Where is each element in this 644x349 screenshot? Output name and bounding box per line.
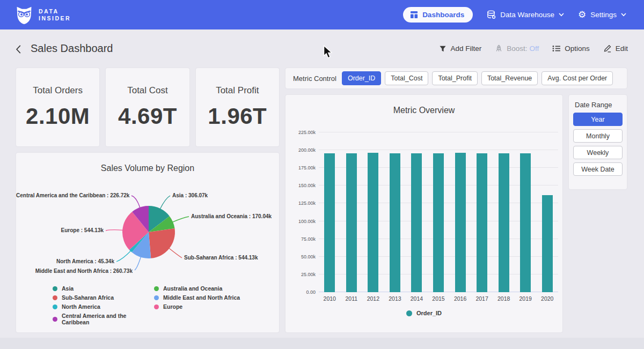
bar-2020[interactable]	[542, 195, 553, 292]
boost-toggle[interactable]: Boost: Off	[495, 44, 539, 53]
x-tick-label: 2020	[536, 295, 558, 302]
date-range-label: Date Range	[575, 101, 612, 109]
pie-label-north-america: North America : 45.34k	[16, 258, 114, 264]
y-tick-label: 50.00k	[301, 254, 316, 259]
metric-option-total-revenue[interactable]: Total_Revenue	[481, 71, 538, 85]
x-tick-label: 2013	[384, 295, 406, 302]
x-tick-label: 2015	[428, 295, 450, 302]
legend-item: Sub-Saharan Africa	[53, 294, 154, 301]
kpi-card: Total Cost 4.69T	[106, 68, 189, 146]
legend-dot	[154, 305, 159, 309]
kpi-label: Total Orders	[33, 85, 83, 96]
x-tick-label: 2014	[406, 295, 428, 302]
bar-y-axis: 0.0025.00k50.00k75.00k100.00k125.00k150.…	[286, 132, 316, 292]
pie-label-middle-east-north-africa: Middle East and North Africa : 260.73k	[16, 268, 133, 274]
date-range-buttons: YearMonthlyWeeklyWeek Date	[573, 113, 623, 176]
x-tick-label: 2012	[362, 295, 384, 302]
bar-2019[interactable]	[520, 153, 531, 292]
bar-2016[interactable]	[455, 153, 466, 292]
brand-line2: INSIDER	[39, 15, 71, 22]
navbar: DATA INSIDER Dashboards	[0, 0, 644, 29]
x-tick-label: 2010	[319, 295, 341, 302]
options-label: Options	[565, 44, 590, 53]
bar-legend: Order_ID	[286, 310, 562, 316]
y-tick-label: 100.00k	[298, 219, 316, 224]
add-filter-label: Add Filter	[450, 44, 481, 53]
metric-option-avg-cost-per-order[interactable]: Avg. Cost per Order	[541, 71, 613, 85]
pie-leader-line	[172, 217, 189, 222]
date-range-option-monthly[interactable]: Monthly	[573, 129, 623, 143]
bar-2012[interactable]	[368, 153, 378, 292]
date-range-card: Date Range YearMonthlyWeeklyWeek Date	[569, 95, 627, 189]
bar-2014[interactable]	[411, 153, 422, 292]
kpi-label: Total Cost	[127, 85, 168, 96]
legend-dot	[53, 305, 57, 309]
back-chevron-icon[interactable]	[14, 44, 22, 55]
pie-label-europe: Europe : 544.13k	[16, 227, 104, 233]
date-range-option-year[interactable]: Year	[573, 113, 623, 126]
edit-button[interactable]: Edit	[603, 44, 628, 53]
legend-dot	[53, 286, 57, 291]
brand-line1: DATA	[39, 8, 71, 15]
dashboards-button[interactable]: Dashboards	[403, 7, 473, 23]
date-range-option-weekly[interactable]: Weekly	[573, 146, 623, 159]
rocket-icon	[495, 44, 503, 53]
bar-2011[interactable]	[346, 153, 357, 292]
bar-chart-title: Metric Overview	[286, 106, 562, 115]
pie-leader-line	[116, 251, 131, 262]
bar-2015[interactable]	[433, 153, 444, 292]
y-tick-label: 25.00k	[301, 272, 316, 277]
metric-control-card: Metric Control Order_IDTotal_CostTotal_P…	[286, 68, 627, 88]
data-warehouse-menu[interactable]: Data Warehouse	[487, 10, 564, 19]
y-tick-label: 125.00k	[298, 201, 316, 206]
y-tick-label: 150.00k	[298, 183, 316, 188]
legend-item: Middle East and North Africa	[154, 294, 240, 301]
pie-leader-line	[160, 196, 170, 209]
app-root: DATA INSIDER Dashboards	[0, 0, 644, 349]
legend-item: Australia and Oceania	[154, 285, 240, 292]
brand-logo: DATA INSIDER	[14, 5, 71, 25]
pie-label-asia: Asia : 306.07k	[172, 192, 208, 198]
y-tick-label: 0.00	[306, 289, 316, 295]
y-tick-label: 225.00k	[298, 130, 316, 135]
legend-dot	[154, 286, 159, 291]
legend-dot	[154, 295, 159, 300]
metric-option-total-cost[interactable]: Total_Cost	[385, 71, 428, 85]
filter-funnel-icon	[439, 45, 447, 53]
bar-2013[interactable]	[390, 153, 400, 292]
pie-leader-line	[106, 230, 123, 231]
pie-slice-2[interactable]	[149, 228, 175, 258]
kpi-card: Total Orders 2.10M	[16, 68, 99, 146]
kpi-card: Total Profit 1.96T	[196, 68, 279, 146]
options-button[interactable]: Options	[552, 44, 590, 53]
kpi-label: Total Profit	[216, 85, 259, 96]
kpi-value: 2.10M	[26, 103, 90, 129]
metric-option-order-id[interactable]: Order_ID	[342, 71, 381, 85]
data-warehouse-label: Data Warehouse	[500, 11, 554, 19]
owl-logo-icon	[14, 5, 34, 25]
legend-dot	[53, 317, 57, 322]
date-range-option-week-date[interactable]: Week Date	[573, 162, 623, 176]
pie-leader-line	[135, 257, 141, 270]
add-filter-button[interactable]: Add Filter	[439, 44, 481, 53]
kpi-row: Total Orders 2.10MTotal Cost 4.69TTotal …	[16, 68, 279, 146]
database-icon	[487, 10, 496, 19]
y-tick-label: 200.00k	[298, 147, 316, 153]
metric-option-total-profit[interactable]: Total_Profit	[432, 71, 478, 85]
chevron-down-icon	[559, 13, 564, 17]
bar-legend-label: Order_ID	[416, 310, 442, 316]
metric-control-label: Metric Control	[293, 75, 336, 83]
bar-2018[interactable]	[499, 153, 509, 292]
content-area: Sales Dashboard Add Filter Boost: Off	[0, 29, 644, 338]
list-icon	[552, 44, 561, 53]
legend-item: Central America and the Caribbean	[53, 313, 154, 325]
bar-2017[interactable]	[477, 153, 487, 292]
settings-menu[interactable]: ⚙︎ Settings	[578, 11, 626, 19]
legend-item: Asia	[53, 285, 154, 292]
pie-label-central-america-caribbean: Central America and the Caribbean : 226.…	[16, 192, 129, 198]
pie-chart-card: Sales Volume by Region Asia : 306.07k Au…	[16, 153, 279, 332]
bar-x-axis: 2010201120122013201420152016201720182019…	[319, 295, 558, 302]
x-tick-label: 2017	[471, 295, 493, 302]
bar-2010[interactable]	[324, 153, 335, 292]
legend-item: North America	[53, 303, 154, 310]
